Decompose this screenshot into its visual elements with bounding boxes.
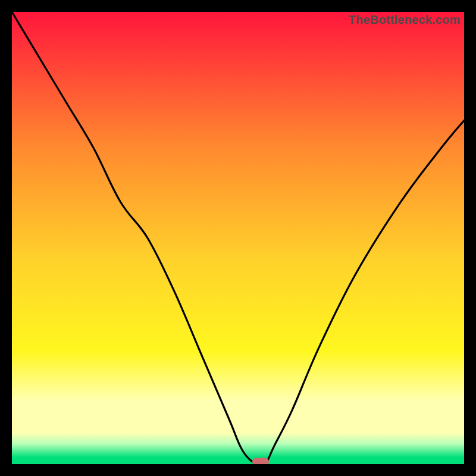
minimum-marker xyxy=(252,458,269,464)
bottleneck-curve xyxy=(12,12,464,464)
plot-area: TheBottleneck.com xyxy=(12,12,464,464)
chart-frame: TheBottleneck.com xyxy=(0,0,476,476)
